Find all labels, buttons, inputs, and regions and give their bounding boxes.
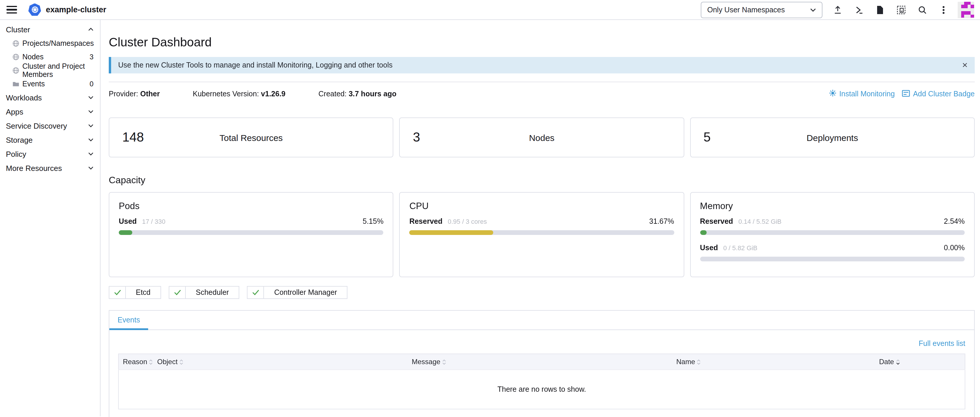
- stat-card-total-resources: 148 Total Resources: [109, 117, 394, 157]
- memory-used-bar: [700, 257, 965, 262]
- namespace-filter-value: Only User Namespaces: [707, 6, 785, 14]
- events-table: Reason Object: [118, 354, 965, 409]
- globe-icon: [12, 67, 19, 74]
- column-header-object[interactable]: Object: [153, 354, 408, 370]
- empty-state-row: There are no rows to show.: [118, 370, 965, 409]
- sidebar-item-nodes[interactable]: Nodes 3: [0, 50, 100, 63]
- stat-label: Deployments: [807, 132, 858, 143]
- gear-icon: [829, 89, 836, 99]
- folder-icon: [12, 80, 19, 87]
- search-icon[interactable]: [912, 2, 933, 18]
- capacity-heading: Capacity: [109, 175, 975, 186]
- sidebar-group-policy[interactable]: Policy: [0, 147, 100, 161]
- globe-icon: [12, 40, 19, 47]
- chevron-down-icon: [88, 96, 94, 99]
- cluster-name: example-cluster: [46, 5, 107, 14]
- events-table-header-row: Reason Object: [118, 354, 965, 370]
- stat-card-deployments: 5 Deployments: [690, 117, 975, 157]
- install-monitoring-link[interactable]: Install Monitoring: [829, 89, 895, 99]
- capacity-row: Pods Used 17 / 330 5.15% CPU: [109, 192, 975, 277]
- memory-reserved-metric: Reserved 0.14 / 5.52 GiB 2.54%: [700, 217, 965, 235]
- sort-icon: [697, 359, 701, 365]
- main-content: Cluster Dashboard Use the new Cluster To…: [100, 20, 980, 416]
- scheduler-status-badge: Scheduler: [169, 286, 240, 299]
- banner-text: Use the new Cluster Tools to manage and …: [118, 61, 392, 69]
- sidebar-nav: Cluster Projects/Namespaces: [0, 20, 100, 416]
- sort-icon: [179, 359, 183, 365]
- copy-kubeconfig-icon[interactable]: [891, 2, 912, 18]
- glance-provider: Provider: Other: [109, 90, 160, 98]
- stat-label: Nodes: [529, 132, 555, 143]
- controller-manager-status-badge: Controller Manager: [247, 286, 348, 299]
- divider: [109, 82, 975, 82]
- page-title: Cluster Dashboard: [109, 35, 975, 49]
- sidebar-group-more-resources[interactable]: More Resources: [0, 161, 100, 175]
- cpu-reserved-bar: [409, 230, 674, 235]
- sidebar-item-events[interactable]: Events 0: [0, 77, 100, 90]
- empty-state-text: There are no rows to show.: [118, 370, 965, 409]
- pods-used-metric: Used 17 / 330 5.15%: [119, 217, 383, 235]
- globe-icon: [12, 53, 19, 60]
- cluster-tools-banner: Use the new Cluster Tools to manage and …: [109, 57, 975, 73]
- glance-kubernetes-version: Kubernetes Version: v1.26.9: [193, 90, 286, 98]
- kubernetes-logo-icon: [28, 3, 41, 16]
- full-events-list-link[interactable]: Full events list: [919, 339, 965, 348]
- sidebar-item-cluster-project-members[interactable]: Cluster and Project Members: [0, 63, 100, 77]
- cpu-reserved-metric: Reserved 0.95 / 3 cores 31.67%: [409, 217, 674, 235]
- chevron-down-icon: [88, 138, 94, 141]
- app-viewport: example-cluster Only User Namespaces: [0, 0, 980, 417]
- download-yaml-icon[interactable]: [869, 2, 891, 18]
- stat-value: 3: [413, 130, 420, 145]
- chevron-down-icon: [88, 124, 94, 127]
- column-header-date[interactable]: Date: [875, 354, 965, 370]
- stat-value: 148: [122, 130, 144, 145]
- kebab-menu-icon[interactable]: [933, 2, 954, 18]
- sidebar-group-service-discovery[interactable]: Service Discovery: [0, 119, 100, 133]
- badge-icon: [902, 90, 910, 98]
- pods-used-bar: [119, 230, 383, 235]
- sidebar-group-storage[interactable]: Storage: [0, 133, 100, 147]
- capacity-card-memory: Memory Reserved 0.14 / 5.52 GiB 2.54%: [690, 192, 975, 277]
- chevron-down-icon: [810, 8, 816, 11]
- memory-used-metric: Used 0 / 5.82 GiB 0.00%: [700, 244, 965, 262]
- chevron-up-icon: [88, 28, 94, 31]
- etcd-status-badge: Etcd: [109, 286, 161, 299]
- check-icon: [248, 287, 264, 298]
- chevron-down-icon: [88, 166, 94, 170]
- check-icon: [109, 287, 126, 298]
- check-icon: [169, 287, 186, 298]
- kubectl-shell-icon[interactable]: [848, 2, 869, 18]
- events-panel: Events Full events list Reason: [109, 310, 975, 417]
- events-tabs-bar: Events: [109, 311, 974, 330]
- memory-reserved-bar: [700, 230, 965, 235]
- user-avatar[interactable]: [958, 2, 974, 18]
- stat-card-nodes: 3 Nodes: [399, 117, 684, 157]
- capacity-card-cpu: CPU Reserved 0.95 / 3 cores 31.67%: [399, 192, 684, 277]
- stat-label: Total Resources: [220, 132, 283, 143]
- sidebar-item-projects-namespaces[interactable]: Projects/Namespaces: [0, 36, 100, 50]
- sidebar-group-workloads[interactable]: Workloads: [0, 90, 100, 105]
- sidebar-group-apps[interactable]: Apps: [0, 105, 100, 119]
- banner-close-icon[interactable]: ×: [962, 60, 968, 70]
- column-header-name[interactable]: Name: [672, 354, 875, 370]
- component-status-row: Etcd Scheduler Controller Manager: [109, 286, 975, 299]
- stat-value: 5: [703, 130, 711, 145]
- sidebar-group-cluster[interactable]: Cluster: [0, 22, 100, 36]
- tab-events[interactable]: Events: [109, 311, 148, 330]
- import-yaml-icon[interactable]: [827, 2, 848, 18]
- events-count-badge: 0: [90, 79, 94, 88]
- top-bar: example-cluster Only User Namespaces: [0, 0, 980, 20]
- column-header-reason[interactable]: Reason: [118, 354, 153, 370]
- chevron-down-icon: [88, 152, 94, 155]
- namespace-filter-select[interactable]: Only User Namespaces: [701, 2, 822, 18]
- stats-row: 148 Total Resources 3 Nodes 5 Deployment…: [109, 117, 975, 157]
- column-header-message[interactable]: Message: [408, 354, 672, 370]
- chevron-down-icon: [88, 110, 94, 113]
- nodes-count-badge: 3: [90, 52, 94, 61]
- glance-created: Created: 3.7 hours ago: [318, 90, 396, 98]
- add-cluster-badge-link[interactable]: Add Cluster Badge: [902, 90, 975, 98]
- sort-icon-active-desc: [896, 359, 900, 365]
- hamburger-menu-icon[interactable]: [6, 6, 17, 14]
- sort-icon: [442, 359, 446, 365]
- sort-icon: [149, 359, 153, 365]
